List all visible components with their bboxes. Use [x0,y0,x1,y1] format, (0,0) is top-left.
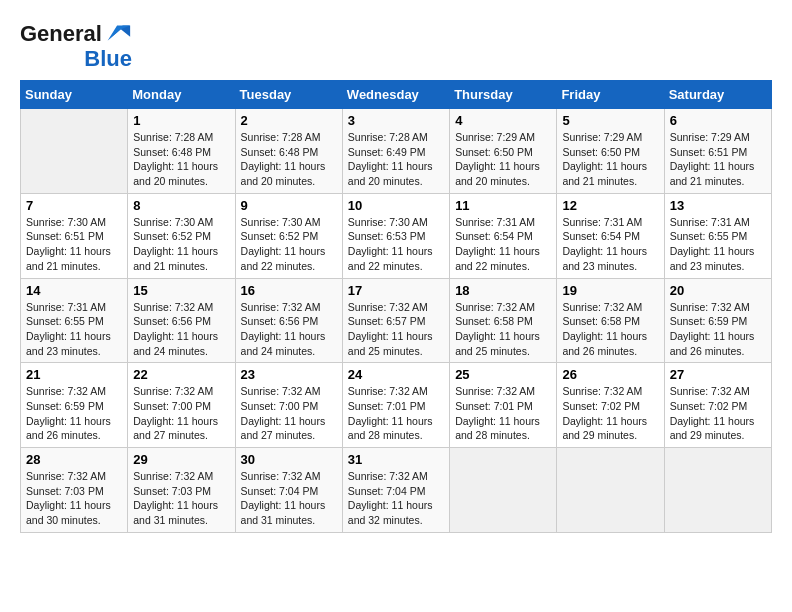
day-number: 5 [562,113,658,128]
day-number: 7 [26,198,122,213]
day-number: 11 [455,198,551,213]
calendar-cell [450,448,557,533]
calendar-cell: 21Sunrise: 7:32 AMSunset: 6:59 PMDayligh… [21,363,128,448]
day-number: 15 [133,283,229,298]
day-number: 29 [133,452,229,467]
day-number: 27 [670,367,766,382]
day-info: Sunrise: 7:32 AMSunset: 6:57 PMDaylight:… [348,300,444,359]
day-number: 3 [348,113,444,128]
day-info: Sunrise: 7:30 AMSunset: 6:52 PMDaylight:… [241,215,337,274]
day-number: 23 [241,367,337,382]
logo-text: General [20,23,102,45]
calendar-week-row: 1Sunrise: 7:28 AMSunset: 6:48 PMDaylight… [21,109,772,194]
calendar-cell: 31Sunrise: 7:32 AMSunset: 7:04 PMDayligh… [342,448,449,533]
day-info: Sunrise: 7:31 AMSunset: 6:54 PMDaylight:… [562,215,658,274]
logo-blue-text: Blue [84,48,132,70]
day-number: 18 [455,283,551,298]
calendar-cell: 16Sunrise: 7:32 AMSunset: 6:56 PMDayligh… [235,278,342,363]
day-info: Sunrise: 7:32 AMSunset: 7:02 PMDaylight:… [562,384,658,443]
calendar-cell: 11Sunrise: 7:31 AMSunset: 6:54 PMDayligh… [450,193,557,278]
day-info: Sunrise: 7:32 AMSunset: 7:00 PMDaylight:… [241,384,337,443]
weekday-header: Friday [557,81,664,109]
day-info: Sunrise: 7:32 AMSunset: 7:01 PMDaylight:… [455,384,551,443]
calendar-cell: 12Sunrise: 7:31 AMSunset: 6:54 PMDayligh… [557,193,664,278]
day-info: Sunrise: 7:28 AMSunset: 6:48 PMDaylight:… [241,130,337,189]
calendar-cell: 3Sunrise: 7:28 AMSunset: 6:49 PMDaylight… [342,109,449,194]
day-number: 20 [670,283,766,298]
calendar-cell: 25Sunrise: 7:32 AMSunset: 7:01 PMDayligh… [450,363,557,448]
day-number: 17 [348,283,444,298]
day-number: 2 [241,113,337,128]
day-number: 28 [26,452,122,467]
day-number: 13 [670,198,766,213]
day-number: 9 [241,198,337,213]
weekday-header: Saturday [664,81,771,109]
day-number: 19 [562,283,658,298]
day-info: Sunrise: 7:32 AMSunset: 6:58 PMDaylight:… [562,300,658,359]
day-number: 1 [133,113,229,128]
day-info: Sunrise: 7:32 AMSunset: 7:04 PMDaylight:… [348,469,444,528]
calendar-cell: 17Sunrise: 7:32 AMSunset: 6:57 PMDayligh… [342,278,449,363]
day-info: Sunrise: 7:32 AMSunset: 6:58 PMDaylight:… [455,300,551,359]
day-info: Sunrise: 7:32 AMSunset: 6:56 PMDaylight:… [241,300,337,359]
calendar-cell: 15Sunrise: 7:32 AMSunset: 6:56 PMDayligh… [128,278,235,363]
weekday-header: Tuesday [235,81,342,109]
day-info: Sunrise: 7:28 AMSunset: 6:48 PMDaylight:… [133,130,229,189]
weekday-header: Wednesday [342,81,449,109]
day-info: Sunrise: 7:32 AMSunset: 7:01 PMDaylight:… [348,384,444,443]
calendar-cell: 10Sunrise: 7:30 AMSunset: 6:53 PMDayligh… [342,193,449,278]
calendar-cell: 19Sunrise: 7:32 AMSunset: 6:58 PMDayligh… [557,278,664,363]
day-info: Sunrise: 7:32 AMSunset: 7:00 PMDaylight:… [133,384,229,443]
day-info: Sunrise: 7:32 AMSunset: 7:04 PMDaylight:… [241,469,337,528]
calendar-cell: 30Sunrise: 7:32 AMSunset: 7:04 PMDayligh… [235,448,342,533]
calendar-body: 1Sunrise: 7:28 AMSunset: 6:48 PMDaylight… [21,109,772,533]
calendar-week-row: 21Sunrise: 7:32 AMSunset: 6:59 PMDayligh… [21,363,772,448]
day-info: Sunrise: 7:29 AMSunset: 6:50 PMDaylight:… [562,130,658,189]
day-number: 21 [26,367,122,382]
calendar-cell: 13Sunrise: 7:31 AMSunset: 6:55 PMDayligh… [664,193,771,278]
calendar-cell: 6Sunrise: 7:29 AMSunset: 6:51 PMDaylight… [664,109,771,194]
day-number: 24 [348,367,444,382]
weekday-header: Sunday [21,81,128,109]
day-number: 16 [241,283,337,298]
day-info: Sunrise: 7:32 AMSunset: 7:02 PMDaylight:… [670,384,766,443]
day-info: Sunrise: 7:30 AMSunset: 6:53 PMDaylight:… [348,215,444,274]
day-info: Sunrise: 7:30 AMSunset: 6:52 PMDaylight:… [133,215,229,274]
day-number: 26 [562,367,658,382]
calendar-cell: 4Sunrise: 7:29 AMSunset: 6:50 PMDaylight… [450,109,557,194]
day-info: Sunrise: 7:31 AMSunset: 6:55 PMDaylight:… [26,300,122,359]
calendar-cell: 20Sunrise: 7:32 AMSunset: 6:59 PMDayligh… [664,278,771,363]
calendar-cell: 23Sunrise: 7:32 AMSunset: 7:00 PMDayligh… [235,363,342,448]
logo: General Blue [20,20,132,70]
calendar-cell: 9Sunrise: 7:30 AMSunset: 6:52 PMDaylight… [235,193,342,278]
day-info: Sunrise: 7:28 AMSunset: 6:49 PMDaylight:… [348,130,444,189]
calendar-cell: 29Sunrise: 7:32 AMSunset: 7:03 PMDayligh… [128,448,235,533]
calendar-cell: 26Sunrise: 7:32 AMSunset: 7:02 PMDayligh… [557,363,664,448]
calendar-cell: 18Sunrise: 7:32 AMSunset: 6:58 PMDayligh… [450,278,557,363]
day-number: 14 [26,283,122,298]
logo-icon [104,20,132,48]
calendar-cell [21,109,128,194]
calendar-cell: 14Sunrise: 7:31 AMSunset: 6:55 PMDayligh… [21,278,128,363]
calendar-cell [557,448,664,533]
calendar-cell: 22Sunrise: 7:32 AMSunset: 7:00 PMDayligh… [128,363,235,448]
day-number: 8 [133,198,229,213]
calendar-cell: 2Sunrise: 7:28 AMSunset: 6:48 PMDaylight… [235,109,342,194]
weekday-header: Monday [128,81,235,109]
calendar-week-row: 14Sunrise: 7:31 AMSunset: 6:55 PMDayligh… [21,278,772,363]
day-number: 25 [455,367,551,382]
calendar-cell: 24Sunrise: 7:32 AMSunset: 7:01 PMDayligh… [342,363,449,448]
calendar-week-row: 7Sunrise: 7:30 AMSunset: 6:51 PMDaylight… [21,193,772,278]
calendar-cell: 28Sunrise: 7:32 AMSunset: 7:03 PMDayligh… [21,448,128,533]
calendar-cell [664,448,771,533]
calendar-cell: 8Sunrise: 7:30 AMSunset: 6:52 PMDaylight… [128,193,235,278]
day-info: Sunrise: 7:32 AMSunset: 7:03 PMDaylight:… [26,469,122,528]
day-info: Sunrise: 7:29 AMSunset: 6:50 PMDaylight:… [455,130,551,189]
day-number: 31 [348,452,444,467]
day-info: Sunrise: 7:32 AMSunset: 6:56 PMDaylight:… [133,300,229,359]
day-info: Sunrise: 7:31 AMSunset: 6:54 PMDaylight:… [455,215,551,274]
day-number: 4 [455,113,551,128]
calendar-week-row: 28Sunrise: 7:32 AMSunset: 7:03 PMDayligh… [21,448,772,533]
day-info: Sunrise: 7:29 AMSunset: 6:51 PMDaylight:… [670,130,766,189]
weekday-header: Thursday [450,81,557,109]
